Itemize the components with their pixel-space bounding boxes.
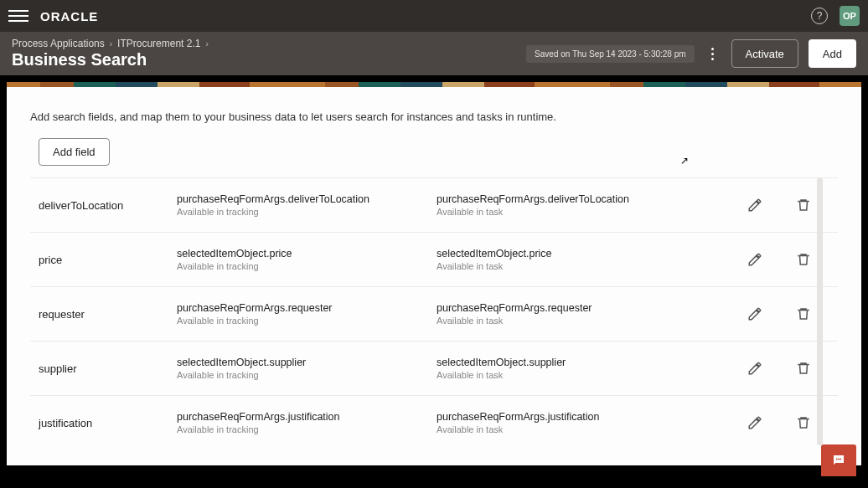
field-row: deliverToLocation purchaseReqFormArgs.de… <box>30 177 838 233</box>
tracking-mapping: purchaseReqFormArgs.justification <box>177 411 437 423</box>
breadcrumb-process-apps[interactable]: Process Applications <box>12 38 105 49</box>
tracking-mapping: purchaseReqFormArgs.requester <box>177 302 437 314</box>
svg-point-2 <box>840 459 841 460</box>
task-mapping: selectedItemObject.supplier <box>437 357 696 368</box>
field-row: supplier selectedItemObject.supplier Ava… <box>30 342 838 396</box>
menu-icon[interactable] <box>8 6 28 26</box>
task-label: Available in task <box>437 424 696 434</box>
tracking-mapping: selectedItemObject.supplier <box>177 357 437 368</box>
tracking-label: Available in tracking <box>177 424 437 434</box>
fields-list: deliverToLocation purchaseReqFormArgs.de… <box>30 177 838 449</box>
page-header: Process Applications › ITProcurement 2.1… <box>0 32 868 75</box>
user-avatar[interactable]: OP <box>840 6 860 26</box>
task-label: Available in task <box>437 261 696 271</box>
instruction-text: Add search fields, and map them to your … <box>30 110 838 123</box>
field-name: requester <box>30 308 177 321</box>
delete-icon[interactable] <box>794 305 813 323</box>
svg-point-1 <box>838 459 840 460</box>
field-name: justification <box>30 417 177 429</box>
field-row: price selectedItemObject.price Available… <box>30 233 838 287</box>
page-title: Business Search <box>12 50 209 69</box>
tracking-label: Available in tracking <box>177 316 437 326</box>
task-mapping: purchaseReqFormArgs.justification <box>437 411 696 423</box>
svg-point-0 <box>836 459 838 460</box>
field-row: justification purchaseReqFormArgs.justif… <box>30 396 838 449</box>
breadcrumb: Process Applications › ITProcurement 2.1… <box>12 38 209 49</box>
tracking-mapping: purchaseReqFormArgs.deliverToLocation <box>177 193 437 205</box>
edit-icon[interactable] <box>746 250 764 269</box>
more-actions-icon[interactable] <box>705 43 721 65</box>
add-button[interactable]: Add <box>809 39 856 68</box>
oracle-logo: ORACLE <box>40 9 98 23</box>
tracking-label: Available in tracking <box>177 261 437 271</box>
tracking-label: Available in tracking <box>177 370 437 380</box>
saved-timestamp: Saved on Thu Sep 14 2023 - 5:30:28 pm <box>526 45 695 63</box>
chevron-right-icon: › <box>110 39 112 49</box>
add-field-button[interactable]: Add field <box>39 138 110 166</box>
edit-icon[interactable] <box>746 196 764 214</box>
help-icon[interactable]: ? <box>811 8 828 24</box>
chat-icon[interactable] <box>821 444 856 476</box>
breadcrumb-app-name[interactable]: ITProcurement 2.1 <box>117 38 200 49</box>
scrollbar[interactable] <box>817 177 823 445</box>
task-mapping: purchaseReqFormArgs.deliverToLocation <box>437 193 696 205</box>
delete-icon[interactable] <box>794 414 813 432</box>
delete-icon[interactable] <box>794 250 813 269</box>
tracking-mapping: selectedItemObject.price <box>177 248 437 259</box>
tracking-label: Available in tracking <box>177 207 437 217</box>
field-name: supplier <box>30 362 177 375</box>
chevron-right-icon: › <box>205 39 208 49</box>
task-label: Available in task <box>437 207 696 217</box>
main-content: Add search fields, and map them to your … <box>7 87 861 465</box>
delete-icon[interactable] <box>794 196 813 214</box>
task-mapping: purchaseReqFormArgs.requester <box>437 302 696 314</box>
task-mapping: selectedItemObject.price <box>437 248 696 259</box>
field-row: requester purchaseReqFormArgs.requester … <box>30 287 838 342</box>
global-header: ORACLE ? OP <box>0 0 868 32</box>
task-label: Available in task <box>437 370 696 380</box>
task-label: Available in task <box>437 316 696 326</box>
edit-icon[interactable] <box>746 305 764 323</box>
field-name: price <box>30 254 177 266</box>
delete-icon[interactable] <box>794 359 813 378</box>
edit-icon[interactable] <box>746 414 764 432</box>
edit-icon[interactable] <box>746 359 764 378</box>
activate-button[interactable]: Activate <box>731 39 798 68</box>
field-name: deliverToLocation <box>30 199 177 212</box>
